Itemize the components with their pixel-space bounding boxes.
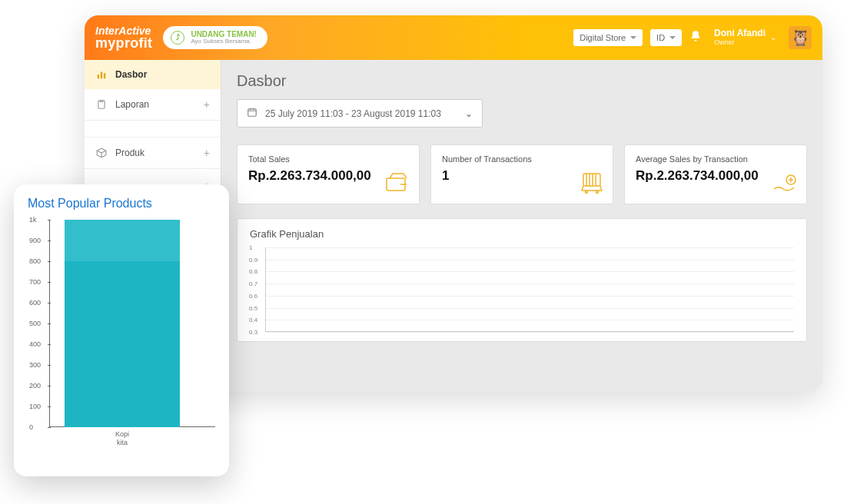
date-range-label: 25 July 2019 11:03 - 23 August 2019 11:0…	[265, 108, 441, 119]
language-select[interactable]: ID	[650, 29, 682, 46]
y-tick: 0.3	[249, 329, 257, 336]
date-range-select[interactable]: 25 July 2019 11:03 - 23 August 2019 11:0…	[237, 99, 483, 128]
wallet-icon	[385, 172, 411, 199]
logo-top: InterActive	[95, 25, 152, 36]
svg-rect-4	[248, 109, 257, 116]
chevron-down-icon: ⌄	[770, 33, 776, 41]
bar-highlight	[65, 220, 180, 261]
y-tick: 800	[29, 257, 41, 265]
y-tick: 0.4	[249, 317, 257, 323]
card-avg-sales: Average Sales by Transaction Rp.2.263.73…	[624, 144, 807, 204]
invite-friends-button[interactable]: ⤴ UNDANG TEMAN! Ayo Sukses Bersama.	[163, 26, 267, 49]
popular-products-chart: 01002003004005006007008009001kKopikita	[49, 220, 215, 443]
grid-line	[266, 320, 794, 320]
sales-chart-card: Grafik Penjualan 0.30.40.50.60.70.80.91	[237, 218, 807, 342]
grid-line	[266, 308, 794, 309]
grid-line	[266, 271, 794, 272]
grid-line	[266, 332, 794, 333]
svg-rect-0	[98, 75, 99, 78]
svg-rect-2	[104, 73, 105, 78]
sidebar-spacer	[85, 121, 221, 138]
y-tick: 0.5	[249, 304, 257, 311]
card-label: Total Sales	[248, 154, 408, 164]
expand-icon: +	[204, 147, 210, 159]
header-right: Digital Store ID Doni Afandi Owner ⌄ 🦉	[573, 26, 812, 49]
sidebar-item-label: Laporan	[115, 99, 149, 110]
y-tick: 0.7	[249, 280, 257, 287]
y-tick: 900	[29, 237, 41, 244]
logo: InterActive myprofit	[95, 25, 152, 50]
sidebar-item-produk[interactable]: Produk +	[85, 138, 221, 169]
y-tick: 0.8	[249, 268, 257, 275]
page-title: Dasbor	[237, 72, 807, 90]
bell-icon[interactable]	[689, 30, 702, 45]
popular-products-title: Most Popular Products	[28, 197, 215, 211]
card-label: Number of Transactions	[442, 154, 602, 164]
invite-sub: Ayo Sukses Bersama.	[191, 38, 257, 45]
card-value: Rp.2.263.734.000,00	[636, 168, 796, 184]
avatar: 🦉	[789, 26, 812, 49]
sidebar-item-label: Dasbor	[115, 69, 147, 80]
user-name: Doni Afandi	[714, 28, 766, 38]
y-tick: 700	[29, 278, 41, 286]
box-icon	[95, 148, 108, 158]
y-tick: 600	[29, 299, 41, 307]
popular-products-card: Most Popular Products 010020030040050060…	[14, 184, 229, 476]
user-menu[interactable]: Doni Afandi Owner ⌄	[714, 28, 776, 46]
y-tick: 1	[249, 244, 252, 251]
card-transactions: Number of Transactions 1	[430, 144, 613, 204]
x-tick-label: Kopikita	[65, 430, 180, 447]
chevron-down-icon	[669, 36, 676, 39]
grid-line	[266, 284, 794, 284]
logo-bottom: myprofit	[95, 35, 152, 51]
sidebar-item-laporan[interactable]: Laporan +	[85, 89, 221, 121]
svg-rect-1	[101, 72, 102, 79]
main-content: Dasbor 25 July 2019 11:03 - 23 August 20…	[221, 60, 822, 392]
sidebar-item-label: Produk	[115, 148, 144, 158]
share-icon: ⤴	[171, 31, 184, 45]
card-total-sales: Total Sales Rp.2.263.734.000,00	[237, 144, 420, 204]
cart-icon	[579, 171, 605, 199]
calendar-icon	[247, 107, 257, 120]
y-tick: 400	[29, 340, 41, 348]
grid-line	[266, 260, 794, 260]
grid-line	[266, 247, 794, 248]
card-label: Average Sales by Transaction	[636, 154, 796, 164]
y-tick: 100	[29, 403, 41, 410]
expand-icon: +	[204, 98, 210, 111]
header-bar: InterActive myprofit ⤴ UNDANG TEMAN! Ayo…	[85, 15, 822, 60]
money-hand-icon	[772, 174, 799, 199]
sales-chart: 0.30.40.50.60.70.80.91	[265, 247, 794, 332]
language-select-label: ID	[656, 33, 665, 42]
sales-chart-title: Grafik Penjualan	[250, 228, 794, 240]
bar-chart-icon	[95, 69, 108, 80]
chevron-down-icon: ⌄	[465, 108, 473, 119]
svg-point-8	[596, 191, 599, 194]
store-select-label: Digital Store	[580, 33, 626, 42]
clipboard-icon	[95, 99, 108, 110]
chevron-down-icon	[630, 36, 636, 39]
y-tick: 0.6	[249, 292, 257, 299]
card-value: Rp.2.263.734.000,00	[248, 168, 408, 184]
svg-point-7	[586, 191, 588, 194]
store-select[interactable]: Digital Store	[573, 29, 643, 46]
y-tick: 1k	[29, 216, 37, 224]
card-value: 1	[442, 168, 602, 184]
y-tick: 0	[29, 423, 33, 431]
y-tick: 500	[29, 320, 41, 327]
grid-line	[266, 296, 794, 297]
y-tick: 200	[29, 382, 41, 390]
stat-cards: Total Sales Rp.2.263.734.000,00 Number o…	[237, 144, 807, 204]
y-tick: 300	[29, 361, 41, 369]
y-tick: 0.9	[249, 256, 257, 263]
user-role: Owner	[714, 39, 766, 47]
sidebar-item-dasbor[interactable]: Dasbor	[85, 60, 221, 89]
